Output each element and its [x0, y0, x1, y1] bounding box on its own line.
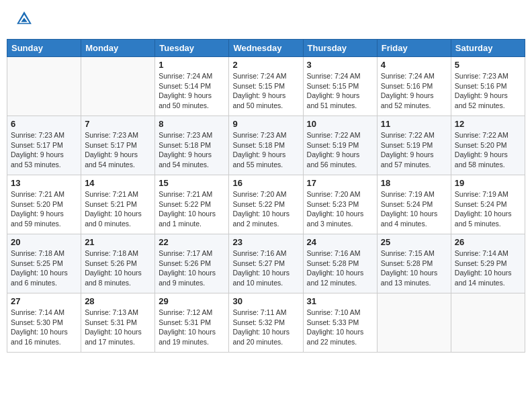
day-number: 2	[232, 60, 299, 70]
day-number: 22	[159, 237, 225, 247]
calendar-week-row: 1Sunrise: 7:24 AM Sunset: 5:14 PM Daylig…	[7, 57, 525, 116]
calendar-cell: 5Sunrise: 7:23 AM Sunset: 5:16 PM Daylig…	[451, 57, 525, 116]
day-of-week-header: Saturday	[451, 40, 525, 57]
header-row: SundayMondayTuesdayWednesdayThursdayFrid…	[7, 40, 525, 57]
day-number: 10	[307, 119, 373, 129]
calendar-cell: 9Sunrise: 7:23 AM Sunset: 5:18 PM Daylig…	[229, 116, 303, 175]
day-info: Sunrise: 7:20 AM Sunset: 5:22 PM Dayligh…	[232, 189, 299, 229]
calendar-cell: 21Sunrise: 7:18 AM Sunset: 5:26 PM Dayli…	[81, 234, 155, 293]
calendar-cell: 17Sunrise: 7:20 AM Sunset: 5:23 PM Dayli…	[303, 175, 377, 234]
day-number: 5	[455, 60, 521, 70]
calendar-body: 1Sunrise: 7:24 AM Sunset: 5:14 PM Daylig…	[7, 57, 525, 353]
calendar-cell	[451, 293, 525, 353]
day-info: Sunrise: 7:23 AM Sunset: 5:17 PM Dayligh…	[11, 130, 77, 170]
day-number: 19	[455, 178, 521, 188]
day-info: Sunrise: 7:14 AM Sunset: 5:29 PM Dayligh…	[455, 248, 521, 288]
day-info: Sunrise: 7:12 AM Sunset: 5:31 PM Dayligh…	[159, 308, 225, 347]
calendar-cell: 16Sunrise: 7:20 AM Sunset: 5:22 PM Dayli…	[229, 175, 303, 234]
day-number: 9	[232, 119, 299, 129]
day-of-week-header: Thursday	[303, 40, 377, 57]
day-number: 7	[85, 119, 151, 129]
day-info: Sunrise: 7:24 AM Sunset: 5:16 PM Dayligh…	[381, 71, 447, 111]
day-of-week-header: Tuesday	[155, 40, 229, 57]
calendar-week-row: 13Sunrise: 7:21 AM Sunset: 5:20 PM Dayli…	[7, 175, 525, 234]
day-number: 28	[85, 296, 151, 306]
calendar-cell: 30Sunrise: 7:11 AM Sunset: 5:32 PM Dayli…	[229, 293, 303, 353]
day-number: 6	[11, 119, 77, 129]
day-number: 20	[11, 237, 77, 247]
calendar-cell	[377, 293, 451, 353]
day-of-week-header: Monday	[81, 40, 155, 57]
calendar-cell: 24Sunrise: 7:16 AM Sunset: 5:28 PM Dayli…	[303, 234, 377, 293]
day-number: 8	[159, 119, 225, 129]
day-number: 3	[307, 60, 373, 70]
day-number: 1	[159, 60, 225, 70]
day-info: Sunrise: 7:14 AM Sunset: 5:30 PM Dayligh…	[11, 308, 77, 347]
page-header	[7, 7, 525, 34]
day-number: 18	[381, 178, 447, 188]
calendar-table: SundayMondayTuesdayWednesdayThursdayFrid…	[7, 39, 525, 353]
calendar-cell: 20Sunrise: 7:18 AM Sunset: 5:25 PM Dayli…	[7, 234, 81, 293]
day-number: 23	[232, 237, 299, 247]
day-info: Sunrise: 7:19 AM Sunset: 5:24 PM Dayligh…	[381, 189, 447, 229]
day-info: Sunrise: 7:22 AM Sunset: 5:19 PM Dayligh…	[381, 130, 447, 170]
day-number: 25	[381, 237, 447, 247]
calendar-week-row: 6Sunrise: 7:23 AM Sunset: 5:17 PM Daylig…	[7, 116, 525, 175]
logo-icon	[15, 9, 34, 28]
calendar-cell: 26Sunrise: 7:14 AM Sunset: 5:29 PM Dayli…	[451, 234, 525, 293]
day-number: 21	[85, 237, 151, 247]
day-number: 4	[381, 60, 447, 70]
day-info: Sunrise: 7:24 AM Sunset: 5:15 PM Dayligh…	[232, 71, 299, 111]
calendar-cell: 7Sunrise: 7:23 AM Sunset: 5:17 PM Daylig…	[81, 116, 155, 175]
day-number: 24	[307, 237, 373, 247]
day-number: 15	[159, 178, 225, 188]
calendar-cell: 12Sunrise: 7:22 AM Sunset: 5:20 PM Dayli…	[451, 116, 525, 175]
day-info: Sunrise: 7:10 AM Sunset: 5:33 PM Dayligh…	[307, 308, 373, 347]
calendar-cell: 28Sunrise: 7:13 AM Sunset: 5:31 PM Dayli…	[81, 293, 155, 353]
day-info: Sunrise: 7:18 AM Sunset: 5:25 PM Dayligh…	[11, 248, 77, 288]
day-number: 17	[307, 178, 373, 188]
calendar-cell: 31Sunrise: 7:10 AM Sunset: 5:33 PM Dayli…	[303, 293, 377, 353]
calendar-cell: 6Sunrise: 7:23 AM Sunset: 5:17 PM Daylig…	[7, 116, 81, 175]
day-info: Sunrise: 7:23 AM Sunset: 5:16 PM Dayligh…	[455, 71, 521, 111]
day-info: Sunrise: 7:23 AM Sunset: 5:17 PM Dayligh…	[85, 130, 151, 170]
day-number: 13	[11, 178, 77, 188]
calendar-cell: 10Sunrise: 7:22 AM Sunset: 5:19 PM Dayli…	[303, 116, 377, 175]
day-info: Sunrise: 7:13 AM Sunset: 5:31 PM Dayligh…	[85, 308, 151, 347]
day-info: Sunrise: 7:15 AM Sunset: 5:28 PM Dayligh…	[381, 248, 447, 288]
day-number: 11	[381, 119, 447, 129]
calendar-cell: 29Sunrise: 7:12 AM Sunset: 5:31 PM Dayli…	[155, 293, 229, 353]
calendar-cell: 2Sunrise: 7:24 AM Sunset: 5:15 PM Daylig…	[229, 57, 303, 116]
calendar-cell	[81, 57, 155, 116]
day-info: Sunrise: 7:16 AM Sunset: 5:27 PM Dayligh…	[232, 248, 299, 288]
day-info: Sunrise: 7:21 AM Sunset: 5:20 PM Dayligh…	[11, 189, 77, 229]
day-info: Sunrise: 7:23 AM Sunset: 5:18 PM Dayligh…	[232, 130, 299, 170]
day-of-week-header: Wednesday	[229, 40, 303, 57]
day-number: 29	[159, 296, 225, 306]
day-of-week-header: Sunday	[7, 40, 81, 57]
calendar-week-row: 20Sunrise: 7:18 AM Sunset: 5:25 PM Dayli…	[7, 234, 525, 293]
calendar-cell: 1Sunrise: 7:24 AM Sunset: 5:14 PM Daylig…	[155, 57, 229, 116]
day-number: 12	[455, 119, 521, 129]
logo	[12, 9, 34, 31]
day-info: Sunrise: 7:20 AM Sunset: 5:23 PM Dayligh…	[307, 189, 373, 229]
calendar-cell: 25Sunrise: 7:15 AM Sunset: 5:28 PM Dayli…	[377, 234, 451, 293]
day-info: Sunrise: 7:11 AM Sunset: 5:32 PM Dayligh…	[232, 308, 299, 347]
day-info: Sunrise: 7:21 AM Sunset: 5:21 PM Dayligh…	[85, 189, 151, 229]
day-number: 14	[85, 178, 151, 188]
calendar-week-row: 27Sunrise: 7:14 AM Sunset: 5:30 PM Dayli…	[7, 293, 525, 353]
calendar-cell: 11Sunrise: 7:22 AM Sunset: 5:19 PM Dayli…	[377, 116, 451, 175]
day-info: Sunrise: 7:17 AM Sunset: 5:26 PM Dayligh…	[159, 248, 225, 288]
calendar-header: SundayMondayTuesdayWednesdayThursdayFrid…	[7, 40, 525, 57]
day-info: Sunrise: 7:18 AM Sunset: 5:26 PM Dayligh…	[85, 248, 151, 288]
day-info: Sunrise: 7:23 AM Sunset: 5:18 PM Dayligh…	[159, 130, 225, 170]
day-info: Sunrise: 7:24 AM Sunset: 5:15 PM Dayligh…	[307, 71, 373, 111]
calendar-cell: 27Sunrise: 7:14 AM Sunset: 5:30 PM Dayli…	[7, 293, 81, 353]
calendar-cell	[7, 57, 81, 116]
day-number: 27	[11, 296, 77, 306]
day-number: 26	[455, 237, 521, 247]
calendar-cell: 14Sunrise: 7:21 AM Sunset: 5:21 PM Dayli…	[81, 175, 155, 234]
day-info: Sunrise: 7:22 AM Sunset: 5:19 PM Dayligh…	[307, 130, 373, 170]
day-info: Sunrise: 7:24 AM Sunset: 5:14 PM Dayligh…	[159, 71, 225, 111]
calendar-cell: 18Sunrise: 7:19 AM Sunset: 5:24 PM Dayli…	[377, 175, 451, 234]
